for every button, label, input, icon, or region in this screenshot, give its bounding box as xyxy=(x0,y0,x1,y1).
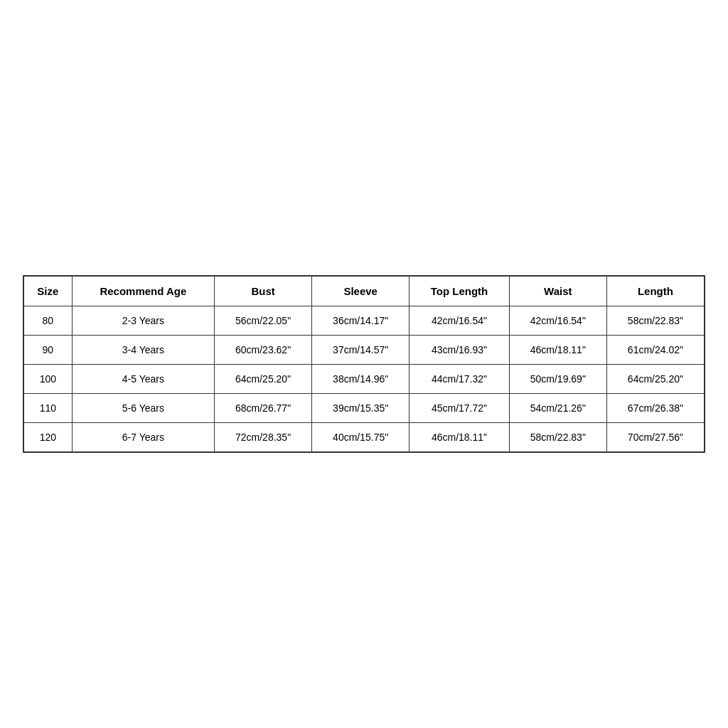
cell-waist: 54cm/21.26" xyxy=(509,394,606,423)
cell-bust: 64cm/25.20" xyxy=(215,365,312,394)
cell-sleeve: 37cm/14.57" xyxy=(312,336,410,365)
table-row: 903-4 Years60cm/23.62"37cm/14.57"43cm/16… xyxy=(24,336,705,365)
header-top-length: Top Length xyxy=(410,277,510,306)
cell-length: 64cm/25.20" xyxy=(606,365,704,394)
table-header-row: Size Recommend Age Bust Sleeve Top Lengt… xyxy=(24,277,705,306)
table-body: 802-3 Years56cm/22.05"36cm/14.17"42cm/16… xyxy=(24,306,705,452)
table-row: 1105-6 Years68cm/26.77"39cm/15.35"45cm/1… xyxy=(24,394,705,423)
cell-waist: 42cm/16.54" xyxy=(509,306,606,336)
table-row: 1004-5 Years64cm/25.20"38cm/14.96"44cm/1… xyxy=(24,365,705,394)
cell-age: 4-5 Years xyxy=(72,365,214,394)
cell-top-length: 46cm/18.11" xyxy=(410,423,510,452)
cell-size: 100 xyxy=(24,365,73,394)
cell-age: 3-4 Years xyxy=(72,336,214,365)
table-row: 1206-7 Years72cm/28.35"40cm/15.75"46cm/1… xyxy=(24,423,705,452)
cell-size: 90 xyxy=(24,336,73,365)
header-bust: Bust xyxy=(215,277,312,306)
cell-size: 80 xyxy=(24,306,73,336)
cell-sleeve: 39cm/15.35" xyxy=(312,394,410,423)
header-waist: Waist xyxy=(509,277,606,306)
header-size: Size xyxy=(24,277,73,306)
cell-length: 58cm/22.83" xyxy=(606,306,704,336)
cell-length: 70cm/27.56" xyxy=(606,423,704,452)
cell-waist: 50cm/19.69" xyxy=(509,365,606,394)
table-row: 802-3 Years56cm/22.05"36cm/14.17"42cm/16… xyxy=(24,306,705,336)
cell-age: 2-3 Years xyxy=(72,306,214,336)
cell-length: 67cm/26.38" xyxy=(606,394,704,423)
cell-sleeve: 38cm/14.96" xyxy=(312,365,410,394)
header-sleeve: Sleeve xyxy=(312,277,410,306)
cell-sleeve: 36cm/14.17" xyxy=(312,306,410,336)
cell-waist: 58cm/22.83" xyxy=(509,423,606,452)
size-chart-table: Size Recommend Age Bust Sleeve Top Lengt… xyxy=(23,276,705,452)
cell-top-length: 44cm/17.32" xyxy=(410,365,510,394)
cell-size: 120 xyxy=(24,423,73,452)
cell-bust: 56cm/22.05" xyxy=(215,306,312,336)
cell-size: 110 xyxy=(24,394,73,423)
cell-top-length: 42cm/16.54" xyxy=(410,306,510,336)
cell-age: 5-6 Years xyxy=(72,394,214,423)
cell-age: 6-7 Years xyxy=(72,423,214,452)
cell-bust: 68cm/26.77" xyxy=(215,394,312,423)
cell-sleeve: 40cm/15.75" xyxy=(312,423,410,452)
cell-top-length: 43cm/16.93" xyxy=(410,336,510,365)
header-length: Length xyxy=(606,277,704,306)
cell-waist: 46cm/18.11" xyxy=(509,336,606,365)
cell-top-length: 45cm/17.72" xyxy=(410,394,510,423)
size-chart-container: Size Recommend Age Bust Sleeve Top Lengt… xyxy=(23,275,705,453)
cell-length: 61cm/24.02" xyxy=(606,336,704,365)
cell-bust: 60cm/23.62" xyxy=(215,336,312,365)
cell-bust: 72cm/28.35" xyxy=(215,423,312,452)
header-recommend-age: Recommend Age xyxy=(72,277,214,306)
